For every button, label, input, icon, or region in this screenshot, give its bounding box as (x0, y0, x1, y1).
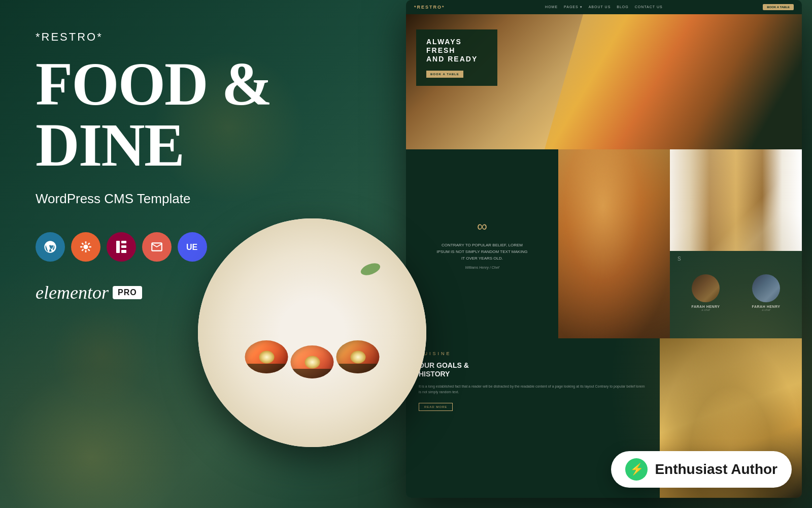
nori-wrap-1 (245, 364, 288, 374)
roll-inner-1 (259, 351, 274, 363)
sushi-rolls (245, 340, 380, 378)
garnish-decoration (359, 261, 382, 277)
revolution-slider-icon[interactable] (71, 232, 100, 262)
mockup-navigation: *RESTRO* HOME PAGES ▾ ABOUT US BLOG CONT… (406, 0, 802, 14)
mockup-top-section: *RESTRO* HOME PAGES ▾ ABOUT US BLOG CONT… (406, 0, 802, 149)
hero-food-image (545, 14, 802, 149)
plate-food (198, 218, 426, 447)
pro-badge: PRO (113, 286, 142, 299)
badge-lightning-icon: ⚡ (630, 463, 644, 476)
author-badge: ⚡ Enthusiast Author (611, 451, 792, 488)
badge-text: Enthusiast Author (655, 461, 777, 478)
hero-heading-line2: AND READY (426, 55, 478, 63)
mockup-quote-section: ∞ CONTRARY TO POPULAR BELIEF, LOREM IPSU… (406, 149, 558, 338)
mockup-quote-text: CONTRARY TO POPULAR BELIEF, LOREM IPSUM … (436, 242, 528, 262)
sushi-plate (198, 218, 426, 447)
nav-link-home: HOME (545, 5, 558, 9)
wordpress-icon[interactable] (36, 232, 65, 262)
roll-inner-3 (350, 351, 365, 363)
nav-link-about: ABOUT US (589, 5, 611, 9)
nori-wrap-2 (291, 369, 334, 379)
main-title-line1: FOOD & (36, 50, 272, 118)
mockup-nav-links: HOME PAGES ▾ ABOUT US BLOG CONTACT US (545, 5, 663, 9)
nav-link-contact: CONTACT US (635, 5, 663, 9)
mockup-quote-author: Williams Henry / Chef (465, 266, 499, 269)
main-title-line2: DINE (36, 111, 184, 179)
mockup-logo: *RESTRO* (414, 5, 445, 10)
mockup-hero: ALWAYS FRESH AND READY BOOK A TABLE (406, 14, 802, 149)
svg-rect-4 (121, 250, 126, 253)
nori-wrap-3 (336, 364, 380, 374)
brand-name: *RESTRO* (36, 30, 279, 44)
sushi-roll-2 (291, 345, 334, 378)
mockup-book-btn[interactable]: BOOK A TABLE (426, 71, 463, 78)
hero-heading-line1: ALWAYS FRESH (426, 38, 462, 54)
svg-point-0 (84, 245, 88, 249)
elementor-text: elementor (36, 282, 109, 303)
infinity-symbol: ∞ (477, 218, 487, 235)
svg-rect-1 (116, 241, 120, 253)
mockup-hero-text-box: ALWAYS FRESH AND READY BOOK A TABLE (416, 29, 497, 86)
sushi-roll-1 (245, 340, 288, 373)
subtitle: WordPress CMS Template (36, 191, 279, 207)
mockup-hero-heading: ALWAYS FRESH AND READY (426, 38, 487, 63)
sushi-roll-3 (336, 340, 380, 373)
svg-rect-2 (121, 241, 126, 243)
svg-rect-3 (121, 245, 126, 248)
roll-inner-2 (304, 356, 320, 368)
mockup-nav-cta[interactable]: BOOK A TABLE (763, 4, 794, 10)
svg-text:UE: UE (186, 243, 198, 251)
nav-link-blog: BLOG (617, 5, 628, 9)
main-title: FOOD & DINE (36, 54, 279, 176)
mailchimp-icon[interactable] (142, 232, 172, 262)
badge-icon: ⚡ (625, 458, 648, 481)
nav-link-pages: PAGES ▾ (564, 5, 583, 9)
elementor-icon[interactable] (107, 232, 136, 262)
